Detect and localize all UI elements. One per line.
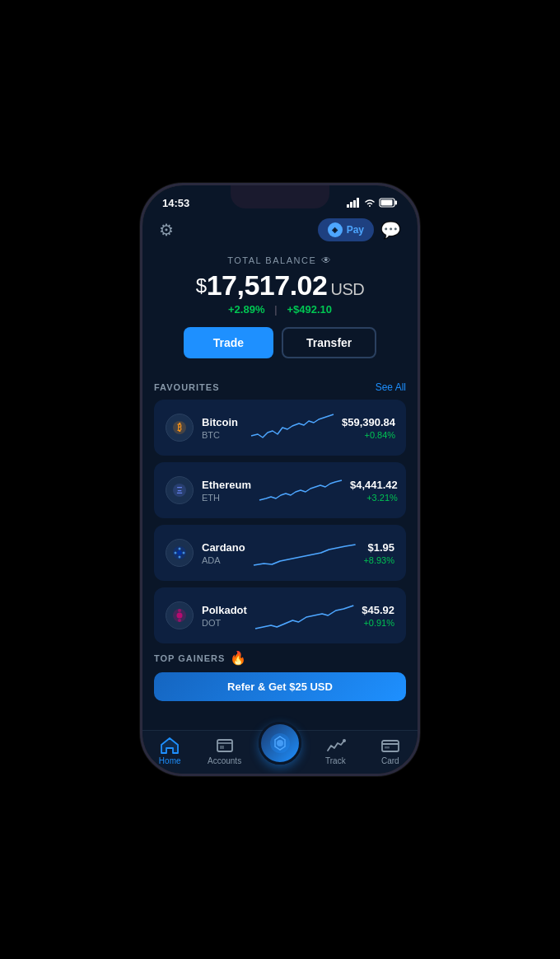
see-all-button[interactable]: See All <box>376 381 406 393</box>
bitcoin-chart <box>251 411 334 444</box>
nav-accounts-label: Accounts <box>208 756 241 765</box>
svg-point-18 <box>177 613 183 619</box>
svg-rect-6 <box>381 200 393 206</box>
cardano-price: $1.95 +8.93% <box>363 541 394 565</box>
svg-point-19 <box>178 609 181 612</box>
polkadot-icon <box>166 601 194 629</box>
svg-rect-2 <box>353 200 356 208</box>
polkadot-price: $45.92 +0.91% <box>362 604 394 628</box>
svg-text:Ξ: Ξ <box>176 485 182 495</box>
bitcoin-icon: ₿ <box>166 414 194 442</box>
center-logo-icon <box>268 732 292 755</box>
status-time: 14:53 <box>162 197 189 209</box>
balance-change-percent: +2.89% <box>228 303 264 316</box>
svg-rect-21 <box>217 740 232 751</box>
svg-point-15 <box>175 552 177 554</box>
top-gainers-title: TOP GAINERS <box>154 653 225 663</box>
svg-point-20 <box>178 619 181 622</box>
polkadot-price-change: +0.91% <box>362 618 394 628</box>
bottom-nav: Home Accounts <box>142 730 418 774</box>
ethereum-chart <box>259 474 342 507</box>
polkadot-symbol: DOT <box>202 618 247 628</box>
nav-center-button[interactable] <box>259 722 301 765</box>
ethereum-icon: Ξ <box>166 476 194 504</box>
svg-rect-28 <box>382 741 399 751</box>
svg-point-27 <box>343 739 346 742</box>
cardano-info: Cardano ADA <box>202 541 245 565</box>
accounts-icon <box>216 737 234 754</box>
bitcoin-info: Bitcoin BTC <box>202 416 243 440</box>
nav-home-label: Home <box>159 756 181 765</box>
app-header: ⚙ ◈ Pay 💬 <box>142 215 418 248</box>
refer-banner[interactable]: Refer & Get $25 USD <box>154 672 406 701</box>
balance-amount: $17,517.02USD <box>159 269 401 302</box>
svg-point-26 <box>277 740 283 746</box>
polkadot-info: Polkadot DOT <box>202 604 247 628</box>
nav-track-label: Track <box>325 756 346 765</box>
scroll-content: FAVOURITES See All ₿ Bitcoin BTC <box>142 381 418 730</box>
wifi-icon <box>363 198 376 208</box>
nav-home[interactable]: Home <box>149 737 190 765</box>
ethereum-price-change: +3.21% <box>350 493 398 503</box>
home-icon <box>161 737 179 754</box>
pay-button[interactable]: ◈ Pay <box>318 218 374 241</box>
ethereum-name: Ethereum <box>202 479 251 491</box>
svg-rect-1 <box>350 202 352 208</box>
polkadot-card[interactable]: Polkadot DOT $45.92 +0.91% <box>154 587 406 643</box>
transfer-button[interactable]: Transfer <box>282 327 376 358</box>
svg-rect-30 <box>385 746 390 749</box>
balance-section: TOTAL BALANCE 👁 $17,517.02USD +2.89% | +… <box>142 248 418 381</box>
fire-icon: 🔥 <box>230 650 246 666</box>
balance-change-amount: +$492.10 <box>287 303 332 316</box>
nav-accounts[interactable]: Accounts <box>204 737 245 765</box>
phone-frame: 14:53 <box>140 183 420 776</box>
cardano-name: Cardano <box>202 541 245 554</box>
cardano-card[interactable]: Cardano ADA $1.95 +8.93% <box>154 525 406 581</box>
cardano-price-value: $1.95 <box>363 541 394 554</box>
bitcoin-price-change: +0.84% <box>342 430 395 440</box>
cardano-chart <box>254 536 356 569</box>
top-gainers-section: TOP GAINERS 🔥 <box>154 650 406 666</box>
action-buttons: Trade Transfer <box>159 327 401 358</box>
ethereum-info: Ethereum ETH <box>202 479 251 503</box>
cardano-symbol: ADA <box>202 555 245 565</box>
signal-icon <box>347 198 360 208</box>
polkadot-chart <box>255 599 353 632</box>
pay-logo-icon: ◈ <box>328 222 343 237</box>
ethereum-symbol: ETH <box>202 493 251 503</box>
trade-button[interactable]: Trade <box>184 327 273 358</box>
balance-label: TOTAL BALANCE 👁 <box>159 255 401 266</box>
nav-card[interactable]: Card <box>370 737 411 765</box>
pay-label: Pay <box>347 224 364 236</box>
svg-rect-3 <box>357 198 359 208</box>
bitcoin-name: Bitcoin <box>202 416 243 428</box>
polkadot-price-value: $45.92 <box>362 604 394 616</box>
dollar-sign: $ <box>196 274 207 297</box>
cardano-price-change: +8.93% <box>363 555 394 565</box>
bitcoin-card[interactable]: ₿ Bitcoin BTC $59,390.84 +0.84% <box>154 400 406 456</box>
eye-icon[interactable]: 👁 <box>321 255 333 266</box>
battery-icon <box>380 198 398 208</box>
bitcoin-price: $59,390.84 +0.84% <box>342 416 395 440</box>
phone-notch <box>231 185 329 208</box>
favourites-title: FAVOURITES <box>154 382 219 392</box>
balance-change: +2.89% | +$492.10 <box>159 303 401 316</box>
header-right: ◈ Pay 💬 <box>318 218 401 241</box>
svg-rect-0 <box>347 204 349 208</box>
ethereum-price: $4,441.42 +3.21% <box>350 479 398 503</box>
bitcoin-price-value: $59,390.84 <box>342 416 395 428</box>
svg-rect-5 <box>395 201 398 205</box>
ethereum-price-value: $4,441.42 <box>350 479 398 491</box>
nav-track[interactable]: Track <box>315 737 356 765</box>
track-icon <box>326 737 344 754</box>
status-icons <box>347 198 398 208</box>
cardano-icon <box>166 539 194 567</box>
gear-icon[interactable]: ⚙ <box>159 220 174 240</box>
phone-screen: 14:53 <box>142 185 418 774</box>
card-icon <box>381 737 399 754</box>
svg-point-12 <box>177 550 182 555</box>
svg-point-16 <box>183 552 185 554</box>
svg-rect-23 <box>220 746 224 749</box>
ethereum-card[interactable]: Ξ Ethereum ETH $4,441.42 +3.21% <box>154 462 406 518</box>
chat-icon[interactable]: 💬 <box>380 220 401 240</box>
